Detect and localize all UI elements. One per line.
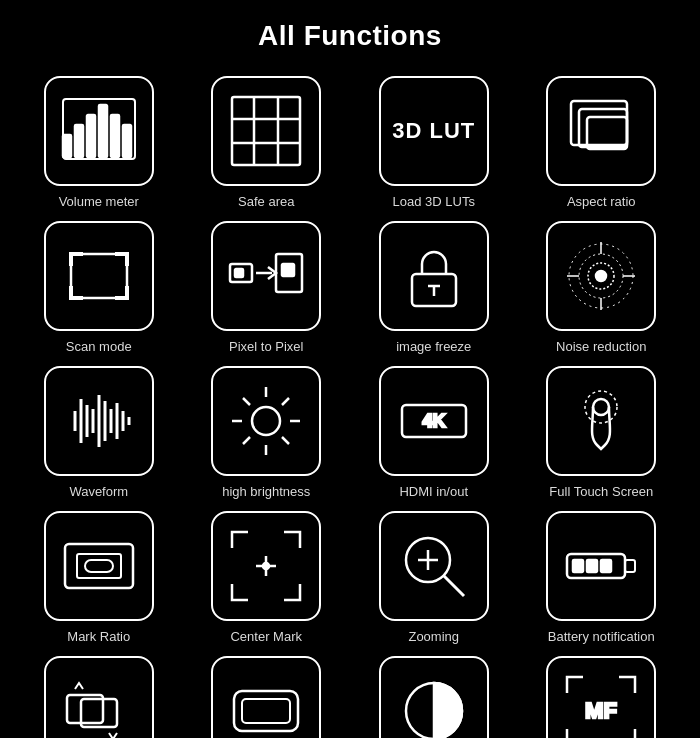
cell-image-freeze: image freeze bbox=[355, 221, 513, 356]
page-title: All Functions bbox=[258, 20, 442, 52]
pixel-to-pixel-icon bbox=[226, 236, 306, 316]
icon-box-aspect-ratio-1 bbox=[546, 76, 656, 186]
image-flip-icon bbox=[59, 671, 139, 738]
label-safe-area: Safe area bbox=[238, 194, 294, 211]
functions-grid: Volume meter Safe area 3D LUT Load 3D LU… bbox=[20, 76, 680, 738]
label-full-touch-screen: Full Touch Screen bbox=[549, 484, 653, 501]
icon-box-full-touch-screen bbox=[546, 366, 656, 476]
icon-box-high-brightness bbox=[211, 366, 321, 476]
svg-rect-1 bbox=[75, 125, 83, 157]
volume-meter-icon bbox=[59, 91, 139, 171]
cell-center-mark: Center Mark bbox=[188, 511, 346, 646]
svg-rect-73 bbox=[234, 691, 298, 731]
cell-mark-ratio: Mark Ratio bbox=[20, 511, 178, 646]
label-battery-notification: Battery notification bbox=[548, 629, 655, 646]
safe-area-icon bbox=[226, 91, 306, 171]
label-pixel-to-pixel: Pixel to Pixel bbox=[229, 339, 303, 356]
waveform-icon bbox=[59, 381, 139, 461]
noise-reduction-icon bbox=[561, 236, 641, 316]
svg-line-51 bbox=[243, 437, 250, 444]
scan-mode-icon bbox=[59, 236, 139, 316]
svg-rect-57 bbox=[77, 554, 121, 578]
label-waveform: Waveform bbox=[69, 484, 128, 501]
svg-rect-0 bbox=[63, 135, 71, 157]
label-image-freeze: image freeze bbox=[396, 339, 471, 356]
cell-pixel-to-pixel: Pixel to Pixel bbox=[188, 221, 346, 356]
label-hdmi-in-out: HDMI in/out bbox=[399, 484, 468, 501]
aspect-ratio-icon-2 bbox=[226, 671, 306, 738]
icon-box-scan-mode bbox=[44, 221, 154, 331]
label-scan-mode: Scan mode bbox=[66, 339, 132, 356]
label-zooming: Zooming bbox=[408, 629, 459, 646]
icon-box-center-mark bbox=[211, 511, 321, 621]
icon-box-noise-reduction bbox=[546, 221, 656, 331]
svg-rect-68 bbox=[573, 560, 583, 572]
icon-box-waveform bbox=[44, 366, 154, 476]
svg-line-48 bbox=[243, 398, 250, 405]
icon-box-single-color bbox=[379, 656, 489, 738]
cell-hdmi-in-out: 4K HDMI in/out bbox=[355, 366, 513, 501]
svg-rect-17 bbox=[235, 269, 243, 277]
label-mark-ratio: Mark Ratio bbox=[67, 629, 130, 646]
svg-rect-15 bbox=[71, 254, 127, 298]
svg-point-55 bbox=[585, 391, 617, 423]
aspect-ratio-icon-1 bbox=[561, 91, 641, 171]
svg-line-63 bbox=[444, 576, 464, 596]
icon-box-volume-meter bbox=[44, 76, 154, 186]
svg-rect-20 bbox=[282, 264, 294, 276]
icon-box-safe-area bbox=[211, 76, 321, 186]
cell-high-brightness: high brightness bbox=[188, 366, 346, 501]
svg-text:4K: 4K bbox=[422, 411, 445, 431]
icon-box-image-freeze bbox=[379, 221, 489, 331]
svg-point-54 bbox=[593, 399, 609, 415]
svg-point-27 bbox=[596, 271, 606, 281]
icon-box-pixel-to-pixel bbox=[211, 221, 321, 331]
zooming-icon bbox=[394, 526, 474, 606]
cell-peaking: MF Peaking bbox=[523, 656, 681, 738]
cell-volume-meter: Volume meter bbox=[20, 76, 178, 211]
center-mark-icon bbox=[226, 526, 306, 606]
single-color-icon bbox=[394, 671, 474, 738]
cell-load-3d-luts: 3D LUT Load 3D LUTs bbox=[355, 76, 513, 211]
svg-point-43 bbox=[252, 407, 280, 435]
cell-safe-area: Safe area bbox=[188, 76, 346, 211]
svg-text:MF: MF bbox=[585, 698, 617, 723]
icon-box-aspect-ratio-2 bbox=[211, 656, 321, 738]
mark-ratio-icon bbox=[59, 526, 139, 606]
label-volume-meter: Volume meter bbox=[59, 194, 139, 211]
hdmi-in-out-icon: 4K bbox=[394, 381, 474, 461]
label-aspect-ratio-1: Aspect ratio bbox=[567, 194, 636, 211]
label-high-brightness: high brightness bbox=[222, 484, 310, 501]
cell-image-flip: Image Flip bbox=[20, 656, 178, 738]
svg-rect-2 bbox=[87, 115, 95, 157]
svg-line-49 bbox=[282, 437, 289, 444]
svg-rect-4 bbox=[111, 115, 119, 157]
cell-full-touch-screen: Full Touch Screen bbox=[523, 366, 681, 501]
cell-aspect-ratio-1: Aspect ratio bbox=[523, 76, 681, 211]
icon-box-load-3d-luts: 3D LUT bbox=[379, 76, 489, 186]
peaking-icon: MF bbox=[561, 671, 641, 738]
label-load-3d-luts: Load 3D LUTs bbox=[393, 194, 475, 211]
svg-rect-67 bbox=[625, 560, 635, 572]
cell-battery-notification: Battery notification bbox=[523, 511, 681, 646]
svg-rect-69 bbox=[587, 560, 597, 572]
cell-scan-mode: Scan mode bbox=[20, 221, 178, 356]
label-noise-reduction: Noise reduction bbox=[556, 339, 646, 356]
svg-rect-3 bbox=[99, 105, 107, 157]
svg-rect-58 bbox=[85, 560, 113, 572]
full-touch-screen-icon bbox=[561, 381, 641, 461]
icon-box-battery-notification bbox=[546, 511, 656, 621]
svg-rect-56 bbox=[65, 544, 133, 588]
icon-box-peaking: MF bbox=[546, 656, 656, 738]
svg-line-50 bbox=[282, 398, 289, 405]
cell-noise-reduction: Noise reduction bbox=[523, 221, 681, 356]
svg-rect-74 bbox=[242, 699, 290, 723]
svg-rect-7 bbox=[232, 97, 300, 165]
cell-aspect-ratio-2: Aspect Ratio bbox=[188, 656, 346, 738]
load-3d-luts-icon: 3D LUT bbox=[392, 118, 475, 144]
cell-zooming: Zooming bbox=[355, 511, 513, 646]
svg-rect-70 bbox=[601, 560, 611, 572]
svg-point-61 bbox=[263, 563, 269, 569]
svg-rect-5 bbox=[123, 125, 131, 157]
high-brightness-icon bbox=[226, 381, 306, 461]
